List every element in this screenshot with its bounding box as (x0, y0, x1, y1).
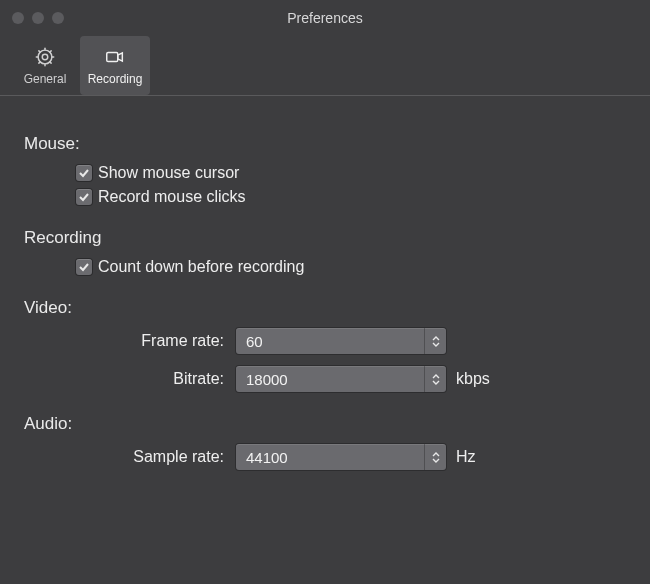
sample-rate-unit: Hz (456, 448, 476, 466)
sample-rate-label: Sample rate: (24, 448, 236, 466)
sample-rate-value: 44100 (246, 449, 288, 466)
countdown-row: Count down before recording (76, 258, 626, 276)
bitrate-select[interactable]: 18000 (236, 366, 446, 392)
show-mouse-cursor-checkbox[interactable] (76, 165, 92, 181)
bitrate-row: Bitrate: 18000 kbps (24, 366, 626, 392)
frame-rate-row: Frame rate: 60 (24, 328, 626, 354)
stepper-icon (424, 444, 446, 470)
titlebar: Preferences (0, 0, 650, 36)
section-video-label: Video: (24, 298, 626, 318)
video-camera-icon (103, 45, 127, 69)
section-mouse-label: Mouse: (24, 134, 626, 154)
svg-line-9 (50, 51, 51, 52)
bitrate-value: 18000 (246, 371, 288, 388)
sample-rate-select[interactable]: 44100 (236, 444, 446, 470)
bitrate-label: Bitrate: (24, 370, 236, 388)
toolbar-tabs: General Recording (0, 36, 650, 96)
svg-line-8 (39, 62, 40, 63)
svg-line-7 (50, 62, 51, 63)
traffic-lights (12, 12, 64, 24)
svg-rect-10 (107, 52, 118, 61)
tab-general[interactable]: General (10, 36, 80, 95)
countdown-checkbox[interactable] (76, 259, 92, 275)
svg-point-1 (42, 54, 48, 60)
record-mouse-clicks-label: Record mouse clicks (98, 188, 246, 206)
show-mouse-cursor-label: Show mouse cursor (98, 164, 239, 182)
section-recording-label: Recording (24, 228, 626, 248)
svg-line-6 (39, 51, 40, 52)
tab-general-label: General (24, 72, 67, 86)
check-icon (78, 167, 90, 179)
window-title: Preferences (0, 10, 650, 26)
stepper-icon (424, 366, 446, 392)
frame-rate-value: 60 (246, 333, 263, 350)
sample-rate-row: Sample rate: 44100 Hz (24, 444, 626, 470)
record-mouse-clicks-row: Record mouse clicks (76, 188, 626, 206)
close-window-button[interactable] (12, 12, 24, 24)
section-audio-label: Audio: (24, 414, 626, 434)
gear-icon (34, 45, 56, 69)
check-icon (78, 191, 90, 203)
show-mouse-cursor-row: Show mouse cursor (76, 164, 626, 182)
preferences-content: Mouse: Show mouse cursor Record mouse cl… (0, 96, 650, 506)
countdown-label: Count down before recording (98, 258, 304, 276)
check-icon (78, 261, 90, 273)
stepper-icon (424, 328, 446, 354)
frame-rate-select[interactable]: 60 (236, 328, 446, 354)
frame-rate-label: Frame rate: (24, 332, 236, 350)
tab-recording-label: Recording (88, 72, 143, 86)
minimize-window-button[interactable] (32, 12, 44, 24)
record-mouse-clicks-checkbox[interactable] (76, 189, 92, 205)
zoom-window-button[interactable] (52, 12, 64, 24)
tab-recording[interactable]: Recording (80, 36, 150, 95)
bitrate-unit: kbps (456, 370, 490, 388)
